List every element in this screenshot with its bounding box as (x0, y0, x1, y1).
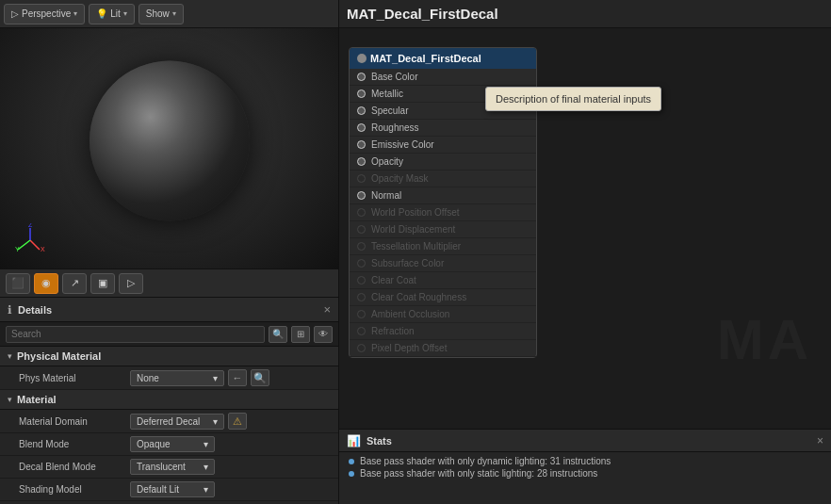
perspective-button[interactable]: ▷ Perspective ▾ (4, 4, 85, 24)
pin-label-pixel-depth: Pixel Depth Offset (371, 343, 447, 353)
details-close-button[interactable]: × (323, 302, 331, 317)
main-canvas: MAT_Decal_FirstDecal MAT_Decal_FirstDeca… (339, 0, 831, 504)
node-pin-icon (357, 54, 367, 63)
material-section-header[interactable]: ▾ Material (0, 390, 338, 410)
grid-view-button[interactable]: ⊞ (291, 326, 310, 343)
shading-model-value: Default Lit ▾ (130, 481, 331, 497)
left-panel: ▷ Perspective ▾ 💡 Lit ▾ Show ▾ X (0, 0, 339, 504)
perspective-arrow-icon: ▾ (73, 9, 77, 18)
viewport-bottom-toolbar: ⬛ ◉ ↗ ▣ ▷ (0, 268, 338, 297)
viewport-btn-4[interactable]: ▣ (90, 273, 115, 294)
shading-model-label: Shading Model (19, 484, 122, 495)
shading-model-dropdown-value: Default Lit (137, 484, 179, 495)
decal-blend-mode-row: Decal Blend Mode Translucent ▾ (0, 456, 338, 479)
node-pin-opacity: Opacity (350, 154, 536, 171)
canvas-title: MAT_Decal_FirstDecal (347, 6, 498, 22)
stats-title: Stats (367, 435, 811, 447)
pin-label-subsurface: Subsurface Color (371, 258, 444, 268)
pin-label-opacity: Opacity (371, 156, 403, 167)
lit-icon: 💡 (96, 8, 107, 19)
decal-blend-mode-dropdown[interactable]: Translucent ▾ (130, 459, 215, 475)
node-pin-ambient: Ambient Occlusion (350, 306, 536, 323)
node-pin-clearcoat: Clear Coat (350, 272, 536, 289)
shading-model-dropdown[interactable]: Default Lit ▾ (130, 481, 215, 497)
lit-label: Lit (110, 8, 121, 19)
stats-text-2: Base pass shader with only static lighti… (360, 468, 597, 479)
pin-label-emissive: Emissive Color (371, 139, 434, 150)
viewport-btn-2[interactable]: ◉ (34, 273, 58, 294)
pin-label-world-pos: World Position Offset (371, 207, 460, 218)
blend-mode-dropdown-value: Opaque (137, 439, 171, 449)
blend-mode-dropdown[interactable]: Opaque ▾ (130, 436, 215, 452)
phys-material-row: Phys Material None ▾ ← 🔍 (0, 366, 338, 390)
tooltip-text: Description of final material inputs (496, 93, 651, 105)
pin-circle-base-color (357, 73, 366, 81)
details-search-bar: 🔍 ⊞ 👁 (0, 322, 338, 347)
material-domain-value: Deferred Decal ▾ ⚠ (130, 413, 331, 430)
pin-circle-normal (357, 191, 366, 200)
pin-label-ambient: Ambient Occlusion (371, 309, 449, 319)
node-pin-roughness: Roughness (350, 120, 536, 137)
node-pin-tess: Tessellation Multiplier (350, 238, 536, 255)
stats-icon: 📊 (347, 434, 361, 447)
pin-circle-world-pos (357, 208, 366, 217)
perspective-icon: ▷ (11, 8, 19, 19)
pin-label-world-disp: World Displacement (371, 224, 455, 235)
node-pin-emissive: Emissive Color (350, 137, 536, 154)
node-pin-world-disp: World Displacement (350, 221, 536, 238)
info-icon: ℹ (8, 303, 12, 317)
physical-material-section-header[interactable]: ▾ Physical Material (0, 347, 338, 366)
viewport-btn-5[interactable]: ▷ (119, 273, 143, 294)
search-input[interactable] (6, 326, 265, 343)
phys-material-dropdown-value: None (137, 373, 159, 383)
node-title: MAT_Decal_FirstDecal (370, 53, 481, 64)
phys-material-value: None ▾ ← 🔍 (130, 369, 331, 386)
pin-label-tess: Tessellation Multiplier (371, 241, 461, 252)
phys-material-search-button[interactable]: 🔍 (251, 369, 269, 386)
phys-dropdown-arrow-icon: ▾ (213, 373, 218, 383)
blend-mode-value: Opaque ▾ (130, 436, 331, 452)
pin-label-opacity-mask: Opacity Mask (371, 173, 429, 184)
stats-text-1: Base pass shader with only dynamic light… (360, 456, 611, 466)
show-button[interactable]: Show ▾ (138, 4, 184, 24)
phys-material-dropdown[interactable]: None ▾ (130, 370, 224, 386)
details-title: Details (18, 304, 318, 316)
stats-content: Base pass shader with only dynamic light… (339, 452, 831, 482)
axes-indicator: X Y Z (13, 223, 47, 257)
canvas-toolbar: MAT_Decal_FirstDecal (339, 0, 831, 28)
pin-label-base-color: Base Color (371, 72, 417, 82)
phys-material-back-button[interactable]: ← (228, 369, 247, 386)
decal-blend-mode-value: Translucent ▾ (130, 459, 331, 475)
viewport-btn-1[interactable]: ⬛ (6, 273, 30, 294)
stats-header: 📊 Stats × (339, 430, 831, 452)
node-pin-clearcoat-roughness: Clear Coat Roughness (350, 289, 536, 306)
perspective-label: Perspective (22, 8, 71, 19)
details-header: ℹ Details × (0, 298, 338, 322)
pin-circle-opacity (357, 157, 366, 166)
material-domain-dropdown-value: Deferred Decal (137, 416, 200, 427)
viewport[interactable]: X Y Z (0, 28, 338, 268)
eye-button[interactable]: 👁 (314, 326, 333, 343)
decal-blend-mode-dropdown-value: Translucent (137, 462, 186, 472)
pin-label-clearcoat: Clear Coat (371, 275, 416, 285)
material-domain-dropdown[interactable]: Deferred Decal ▾ (130, 414, 224, 430)
viewport-btn-3[interactable]: ↗ (62, 273, 87, 294)
material-domain-info-button[interactable]: ⚠ (228, 413, 247, 430)
pin-circle-clearcoat-roughness (357, 293, 366, 301)
stats-close-button[interactable]: × (817, 434, 823, 447)
pin-circle-opacity-mask (357, 174, 366, 183)
pin-circle-roughness (357, 123, 366, 132)
pin-circle-clearcoat (357, 276, 366, 285)
stats-line-2: Base pass shader with only static lighti… (349, 468, 822, 479)
stats-bar: 📊 Stats × Base pass shader with only dyn… (339, 429, 831, 504)
canvas-area[interactable]: MAT_Decal_FirstDecal Base Color Metallic… (339, 28, 831, 429)
pin-label-specular: Specular (371, 106, 408, 116)
viewport-toolbar: ▷ Perspective ▾ 💡 Lit ▾ Show ▾ (0, 0, 338, 28)
material-domain-arrow-icon: ▾ (213, 416, 218, 427)
node-pin-normal: Normal (350, 187, 536, 204)
node-pin-subsurface: Subsurface Color (350, 255, 536, 272)
search-icon-button[interactable]: 🔍 (269, 326, 287, 343)
shading-model-row: Shading Model Default Lit ▾ (0, 479, 338, 501)
pin-label-roughness: Roughness (371, 122, 419, 133)
lit-button[interactable]: 💡 Lit ▾ (89, 4, 135, 24)
